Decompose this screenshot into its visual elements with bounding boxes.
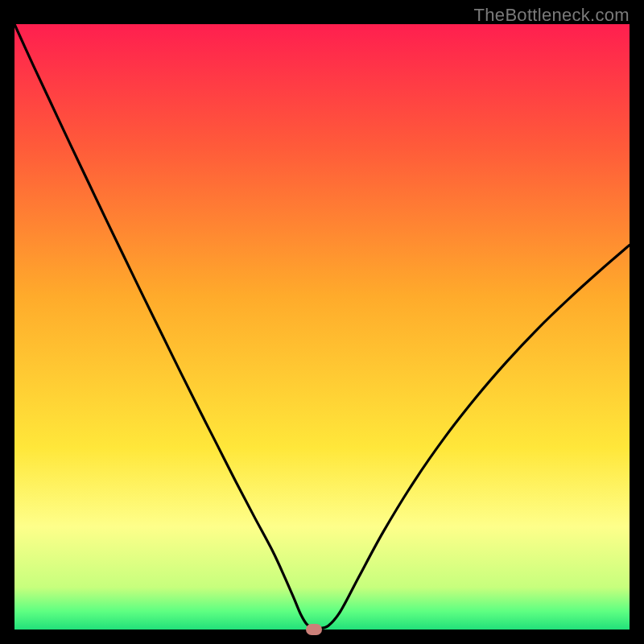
optimal-point-marker [306, 624, 322, 635]
watermark-text: TheBottleneck.com [474, 5, 630, 26]
chart-background [14, 24, 630, 630]
chart-svg [14, 24, 630, 630]
chart-area [14, 24, 630, 630]
